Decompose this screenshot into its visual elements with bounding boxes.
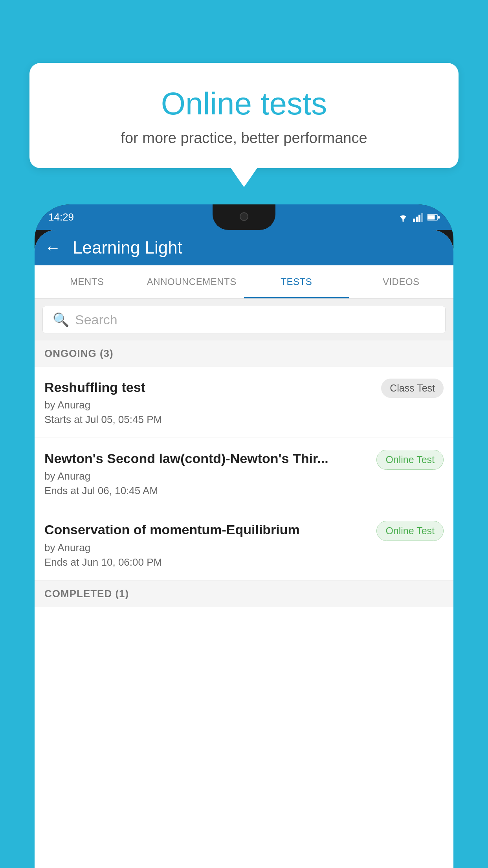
test-date-2: Ends at Jul 06, 10:45 AM: [44, 485, 369, 497]
test-date-1: Starts at Jul 05, 05:45 PM: [44, 414, 373, 426]
bubble-subtitle: for more practice, better performance: [49, 130, 439, 147]
phone-frame: 14:29: [35, 204, 453, 868]
svg-rect-2: [416, 217, 418, 222]
test-item-2-content: Newton's Second law(contd)-Newton's Thir…: [44, 450, 376, 497]
test-badge-1: Class Test: [381, 379, 444, 398]
svg-rect-7: [438, 216, 440, 219]
search-input[interactable]: Search: [75, 312, 117, 327]
test-author-3: by Anurag: [44, 542, 369, 554]
phone-notch: [213, 204, 275, 230]
test-author-1: by Anurag: [44, 399, 373, 411]
search-bar[interactable]: 🔍 Search: [42, 306, 446, 333]
tab-tests[interactable]: TESTS: [244, 265, 349, 298]
test-title-2: Newton's Second law(contd)-Newton's Thir…: [44, 450, 369, 467]
battery-icon: [427, 214, 440, 221]
test-badge-3: Online Test: [376, 521, 444, 541]
test-title-3: Conservation of momentum-Equilibrium: [44, 521, 369, 538]
search-icon: 🔍: [53, 312, 69, 327]
tab-videos[interactable]: VIDEOS: [349, 265, 454, 298]
tab-announcements[interactable]: ANNOUNCEMENTS: [139, 265, 244, 298]
test-item-1[interactable]: Reshuffling test by Anurag Starts at Jul…: [35, 367, 453, 438]
test-item-2[interactable]: Newton's Second law(contd)-Newton's Thir…: [35, 438, 453, 509]
app-title: Learning Light: [73, 238, 182, 257]
test-date-3: Ends at Jun 10, 06:00 PM: [44, 556, 369, 568]
svg-rect-4: [421, 213, 423, 222]
wifi-icon: [397, 213, 409, 222]
svg-rect-1: [413, 219, 415, 222]
bubble-title: Online tests: [49, 86, 439, 121]
svg-rect-3: [418, 215, 420, 222]
section-ongoing-header: ONGOING (3): [35, 340, 453, 367]
svg-point-0: [402, 220, 404, 222]
speech-bubble: Online tests for more practice, better p…: [29, 63, 459, 168]
inner-screen: ← Learning Light MENTS ANNOUNCEMENTS TES…: [35, 230, 453, 868]
back-button[interactable]: ←: [44, 238, 61, 257]
test-badge-2: Online Test: [376, 450, 444, 470]
test-item-1-content: Reshuffling test by Anurag Starts at Jul…: [44, 379, 381, 426]
status-icons: [397, 213, 440, 222]
camera-dot: [240, 212, 248, 221]
test-item-3[interactable]: Conservation of momentum-Equilibrium by …: [35, 509, 453, 580]
test-item-3-content: Conservation of momentum-Equilibrium by …: [44, 521, 376, 568]
search-container: 🔍 Search: [35, 299, 453, 340]
test-title-1: Reshuffling test: [44, 379, 373, 396]
tab-bar: MENTS ANNOUNCEMENTS TESTS VIDEOS: [35, 265, 453, 299]
test-author-2: by Anurag: [44, 470, 369, 482]
svg-rect-6: [428, 215, 435, 219]
section-completed-header: COMPLETED (1): [35, 581, 453, 607]
test-list: Reshuffling test by Anurag Starts at Jul…: [35, 367, 453, 581]
tab-ments[interactable]: MENTS: [35, 265, 139, 298]
signal-icon: [413, 213, 423, 222]
status-time: 14:29: [48, 211, 74, 223]
app-header: ← Learning Light: [35, 230, 453, 265]
